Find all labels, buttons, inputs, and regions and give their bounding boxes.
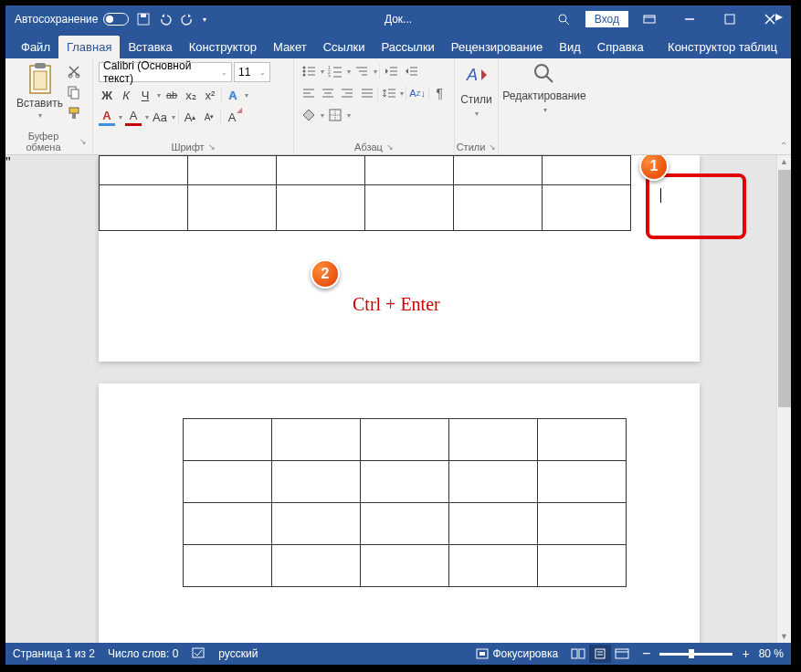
print-layout-icon[interactable] bbox=[589, 645, 611, 663]
dialog-launcher-icon[interactable]: ↘ bbox=[79, 137, 87, 146]
tab-design[interactable]: Конструктор bbox=[181, 36, 265, 58]
superscript-button[interactable]: x² bbox=[202, 86, 218, 104]
editing-button[interactable]: Редактирование ▾ bbox=[504, 62, 585, 114]
undo-icon[interactable] bbox=[158, 12, 173, 26]
zoom-in-button[interactable]: + bbox=[742, 646, 749, 661]
align-left-icon[interactable] bbox=[300, 84, 317, 102]
word-count[interactable]: Число слов: 0 bbox=[108, 647, 178, 660]
clipboard-icon bbox=[25, 62, 56, 95]
svg-point-2 bbox=[559, 15, 566, 22]
page-1: 1 2 Ctrl + Enter bbox=[99, 155, 700, 362]
focus-mode-button[interactable]: Фокусировка bbox=[476, 647, 558, 660]
styles-group-label: Стили bbox=[457, 142, 486, 152]
page-indicator[interactable]: Страница 1 из 2 bbox=[13, 647, 95, 660]
text-effects-button[interactable]: A bbox=[225, 86, 241, 104]
tab-review[interactable]: Рецензирование bbox=[443, 36, 551, 58]
shrink-font-button[interactable]: A▾ bbox=[201, 108, 217, 126]
highlight-button[interactable]: A bbox=[99, 108, 115, 126]
read-mode-icon[interactable] bbox=[567, 645, 589, 663]
tab-home[interactable]: Главная bbox=[58, 36, 120, 58]
svg-rect-12 bbox=[34, 71, 47, 89]
tab-references[interactable]: Ссылки bbox=[315, 36, 374, 58]
styles-button[interactable]: A Стили ▾ bbox=[460, 62, 492, 118]
bold-button[interactable]: Ж bbox=[99, 86, 115, 104]
svg-rect-18 bbox=[72, 113, 76, 119]
scroll-up-icon[interactable]: ▲ bbox=[780, 157, 788, 166]
dialog-launcher-icon[interactable]: ↘ bbox=[386, 142, 394, 152]
format-painter-icon[interactable] bbox=[67, 106, 81, 124]
copy-icon[interactable] bbox=[67, 85, 81, 103]
font-name-combo[interactable]: Calibri (Основной текст)⌄ bbox=[99, 62, 232, 82]
toggle-switch-icon bbox=[103, 13, 129, 26]
increase-indent-icon[interactable] bbox=[402, 62, 420, 80]
tab-mailings[interactable]: Рассылки bbox=[373, 36, 442, 58]
scroll-down-icon[interactable]: ▼ bbox=[780, 632, 788, 641]
multilevel-icon[interactable] bbox=[353, 62, 371, 80]
shading-icon[interactable] bbox=[300, 106, 318, 124]
dialog-launcher-icon[interactable]: ↘ bbox=[208, 142, 216, 152]
underline-button[interactable]: Ч bbox=[137, 86, 153, 104]
svg-rect-66 bbox=[595, 649, 605, 658]
svg-rect-69 bbox=[616, 649, 628, 658]
decrease-indent-icon[interactable] bbox=[382, 62, 400, 80]
font-size-combo[interactable]: 11⌄ bbox=[234, 62, 270, 82]
tab-help[interactable]: Справка bbox=[589, 36, 652, 58]
dialog-launcher-icon[interactable]: ↘ bbox=[489, 142, 496, 152]
share-icon[interactable] bbox=[771, 9, 787, 26]
clear-format-button[interactable]: A◢ bbox=[224, 108, 240, 126]
tab-file[interactable]: Файл bbox=[13, 36, 58, 58]
numbering-icon[interactable]: 123 bbox=[326, 62, 344, 80]
justify-icon[interactable] bbox=[358, 84, 375, 102]
font-color-button[interactable]: A bbox=[125, 108, 142, 126]
group-font: Calibri (Основной текст)⌄ 11⌄ Ж К Ч ▾ ab… bbox=[93, 58, 294, 154]
svg-rect-16 bbox=[71, 89, 79, 99]
scroll-thumb[interactable] bbox=[778, 170, 791, 407]
svg-rect-64 bbox=[572, 649, 577, 658]
login-button[interactable]: Вход bbox=[585, 11, 628, 27]
status-bar: Страница 1 из 2 Число слов: 0 русский Фо… bbox=[5, 643, 791, 665]
maximize-icon[interactable] bbox=[711, 5, 749, 33]
paste-label: Вставить bbox=[16, 97, 63, 110]
align-center-icon[interactable] bbox=[319, 84, 336, 102]
borders-icon[interactable] bbox=[326, 106, 344, 124]
styles-icon: A bbox=[463, 62, 490, 89]
web-layout-icon[interactable] bbox=[611, 645, 633, 663]
grow-font-button[interactable]: A▴ bbox=[182, 108, 198, 126]
zoom-level[interactable]: 80 % bbox=[759, 647, 784, 660]
cut-icon[interactable] bbox=[67, 64, 81, 82]
document-title: Док... bbox=[385, 13, 412, 26]
svg-rect-11 bbox=[35, 63, 46, 68]
vertical-scrollbar[interactable]: ▲ ▼ bbox=[776, 155, 791, 643]
ribbon-display-icon[interactable] bbox=[630, 5, 669, 33]
save-icon[interactable] bbox=[136, 12, 151, 26]
italic-button[interactable]: К bbox=[118, 86, 134, 104]
table-2[interactable] bbox=[183, 418, 627, 587]
document-area[interactable]: 1 2 Ctrl + Enter " ▲ ▼ bbox=[5, 155, 791, 643]
svg-point-19 bbox=[303, 67, 306, 69]
collapse-ribbon-icon[interactable]: ⌃ bbox=[780, 141, 787, 151]
ribbon: Вставить ▾ Буфер обмена↘ Calibri (Основн… bbox=[5, 58, 791, 155]
bullets-icon[interactable] bbox=[300, 62, 318, 80]
align-right-icon[interactable] bbox=[339, 84, 356, 102]
redo-icon[interactable] bbox=[180, 12, 195, 26]
paste-button[interactable]: Вставить ▾ bbox=[16, 62, 63, 120]
tab-table-design[interactable]: Конструктор таблиц bbox=[659, 36, 785, 58]
subscript-button[interactable]: x₂ bbox=[183, 86, 199, 104]
show-marks-icon[interactable]: ¶ bbox=[431, 84, 448, 102]
spell-check-icon[interactable] bbox=[191, 646, 206, 662]
minimize-icon[interactable] bbox=[670, 5, 709, 33]
table-1[interactable] bbox=[99, 155, 631, 231]
search-icon[interactable] bbox=[556, 12, 571, 26]
autosave-toggle[interactable]: Автосохранение bbox=[15, 13, 129, 26]
language-indicator[interactable]: русский bbox=[218, 647, 258, 660]
zoom-out-button[interactable]: − bbox=[642, 646, 650, 662]
zoom-slider[interactable] bbox=[659, 653, 732, 656]
tab-insert[interactable]: Вставка bbox=[120, 36, 180, 58]
strike-button[interactable]: ab bbox=[163, 86, 180, 104]
sort-icon[interactable]: AZ↓ bbox=[408, 84, 426, 102]
tab-layout[interactable]: Макет bbox=[265, 36, 315, 58]
line-spacing-icon[interactable] bbox=[380, 84, 397, 102]
tab-view[interactable]: Вид bbox=[551, 36, 589, 58]
svg-line-60 bbox=[546, 76, 553, 82]
change-case-button[interactable]: Aa bbox=[152, 108, 168, 126]
